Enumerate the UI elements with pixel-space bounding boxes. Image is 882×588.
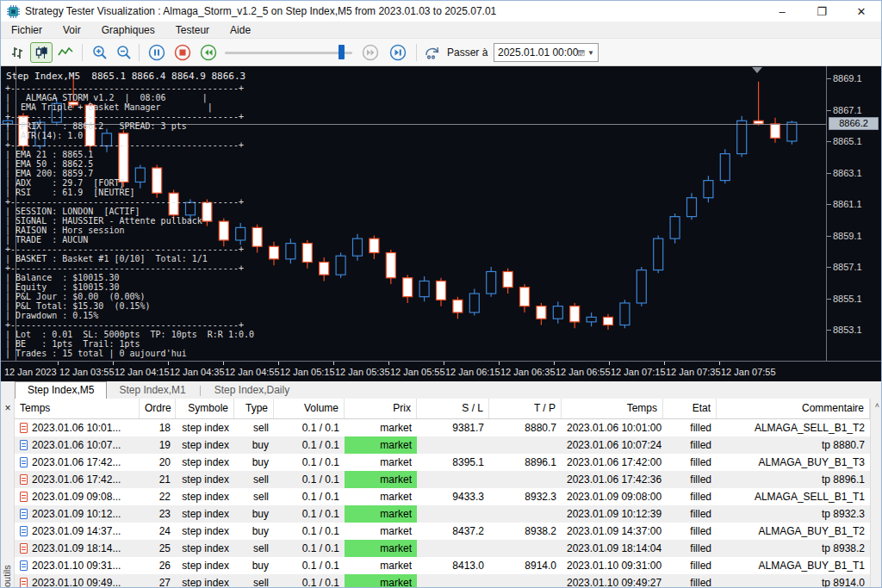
time-tick-mark bbox=[444, 362, 444, 365]
cell-sl bbox=[417, 574, 489, 588]
candle bbox=[553, 306, 562, 319]
candle bbox=[286, 244, 295, 259]
price-tick-label: 8865.1 bbox=[833, 136, 862, 146]
time-tick-label: 12 Jan 04:35 bbox=[170, 367, 225, 377]
cell-tp bbox=[489, 471, 562, 488]
tab-step-index-m5[interactable]: Step Index,M5 bbox=[15, 381, 107, 399]
menu-testeur[interactable]: Testeur bbox=[165, 22, 220, 39]
menu-fichier[interactable]: Fichier bbox=[1, 22, 53, 39]
time-tick-label: 12 Jan 04:55 bbox=[225, 367, 280, 377]
tab-step-index-m1[interactable]: Step Index,M1 bbox=[107, 382, 197, 399]
cell-temps: 2023.01.10 09:31... bbox=[15, 557, 140, 574]
candlestick-chart-icon[interactable] bbox=[30, 42, 53, 63]
price-tick-mark bbox=[827, 110, 831, 111]
cell-volume: 0.1 / 0.1 bbox=[274, 505, 345, 523]
column-header-temps2[interactable]: Temps bbox=[562, 399, 663, 418]
table-row[interactable]: 2023.01.06 10:07...19step indexbuy0.1 / … bbox=[15, 436, 870, 454]
column-header-volume[interactable]: Volume bbox=[274, 399, 345, 418]
tab-step-index-daily[interactable]: Step Index,Daily bbox=[202, 382, 301, 399]
restore-button[interactable]: ❐ bbox=[802, 1, 842, 22]
column-header-etat[interactable]: Etat bbox=[663, 399, 717, 418]
column-header-ordre[interactable]: Ordre bbox=[140, 399, 176, 418]
zoom-in-icon[interactable] bbox=[89, 42, 111, 63]
time-tick-mark bbox=[58, 362, 59, 365]
stop-button[interactable] bbox=[171, 42, 194, 63]
playback-speed-slider[interactable] bbox=[225, 52, 352, 54]
minimize-button[interactable]: – bbox=[762, 1, 802, 22]
goto-date-field[interactable]: 2025.01.01 00:00 ▼ bbox=[494, 43, 599, 62]
date-dropdown-arrow[interactable]: ▼ bbox=[587, 49, 594, 57]
fast-forward-button-disabled bbox=[359, 42, 382, 63]
cell-volume: 0.1 / 0.1 bbox=[274, 454, 345, 471]
cell-etat: filled bbox=[663, 505, 717, 523]
table-header-row: TempsOrdreSymboleTypeVolumePrixS / LT / … bbox=[15, 399, 870, 419]
tab-divider bbox=[200, 386, 201, 396]
cell-commentaire: tp 8932.3 bbox=[717, 505, 870, 523]
candle bbox=[353, 238, 363, 256]
cell-commentaire: ALMAGA_BUY_B1_T1 bbox=[717, 557, 870, 574]
zoom-out-icon[interactable] bbox=[113, 42, 135, 63]
time-axis[interactable]: 12 Jan 202312 Jan 03:5512 Jan 04:1512 Ja… bbox=[1, 361, 882, 381]
column-header-prix[interactable]: Prix bbox=[345, 399, 417, 418]
calendar-icon[interactable] bbox=[578, 47, 585, 59]
menu-voir[interactable]: Voir bbox=[53, 22, 91, 39]
toolbox-close-button[interactable]: × bbox=[1, 403, 15, 413]
table-row[interactable]: 2023.01.10 09:31...26step indexbuy0.1 / … bbox=[15, 557, 870, 574]
column-header-sl[interactable]: S / L bbox=[417, 399, 489, 418]
slider-handle[interactable] bbox=[339, 45, 345, 59]
cell-temps2: 2023.01.10 09:49:27 bbox=[562, 574, 663, 588]
time-tick-mark bbox=[499, 362, 500, 365]
goto-date-value[interactable]: 2025.01.01 00:00 bbox=[498, 46, 578, 59]
cell-symbole: step index bbox=[176, 540, 234, 557]
price-axis[interactable]: 8869.18867.18865.18863.18861.18859.18857… bbox=[826, 66, 882, 361]
table-row[interactable]: 2023.01.09 10:12...23step indexbuy0.1 / … bbox=[15, 505, 870, 523]
cell-temps: 2023.01.09 10:12... bbox=[15, 505, 140, 523]
price-tick-label: 8853.1 bbox=[833, 325, 862, 335]
bar-chart-icon[interactable] bbox=[6, 42, 28, 63]
table-row[interactable]: 2023.01.10 09:49...27step indexsell0.1 /… bbox=[15, 574, 870, 588]
table-row[interactable]: 2023.01.09 14:37...24step indexbuy0.1 / … bbox=[15, 523, 870, 540]
cell-type: sell bbox=[234, 540, 274, 557]
table-row[interactable]: 2023.01.09 18:14...25step indexsell0.1 /… bbox=[15, 540, 870, 557]
cell-temps: 2023.01.09 09:08... bbox=[15, 488, 140, 505]
sell-order-icon bbox=[20, 578, 28, 588]
toolbox-vertical-label[interactable]: outils bbox=[2, 535, 14, 587]
price-tick-mark bbox=[827, 330, 831, 331]
cell-tp: 8932.3 bbox=[489, 488, 562, 505]
cell-type: sell bbox=[234, 419, 274, 436]
skip-to-end-button[interactable] bbox=[387, 42, 409, 63]
cell-volume: 0.1 / 0.1 bbox=[274, 540, 345, 557]
column-header-type[interactable]: Type bbox=[234, 399, 274, 418]
time-tick-mark bbox=[113, 362, 114, 365]
close-button[interactable]: ✕ bbox=[842, 1, 881, 22]
scroll-up-arrow-icon[interactable]: ˄ bbox=[871, 399, 882, 412]
cell-symbole: step index bbox=[176, 557, 234, 574]
cell-symbole: step index bbox=[176, 574, 234, 588]
cell-tp bbox=[489, 574, 562, 588]
line-chart-icon[interactable] bbox=[54, 42, 77, 63]
time-tick-label: 12 Jan 05:55 bbox=[390, 367, 445, 377]
column-header-tp[interactable]: T / P bbox=[489, 399, 562, 418]
pause-button[interactable] bbox=[146, 42, 168, 63]
cell-prix: market bbox=[345, 557, 417, 574]
table-scrollbar[interactable]: ˄ bbox=[870, 399, 882, 588]
rewind-button[interactable] bbox=[197, 42, 220, 63]
column-header-symbole[interactable]: Symbole bbox=[176, 399, 234, 418]
table-row[interactable]: 2023.01.06 10:01...18step indexsell0.1 /… bbox=[15, 419, 870, 436]
goto-label: Passer à bbox=[447, 46, 488, 59]
price-tick-label: 8869.1 bbox=[833, 73, 862, 84]
menu-aide[interactable]: Aide bbox=[220, 22, 261, 39]
price-tick-mark bbox=[827, 236, 831, 237]
price-tick-label: 8857.1 bbox=[833, 262, 862, 272]
chart-scroll-marker-icon bbox=[752, 67, 762, 73]
table-row[interactable]: 2023.01.06 17:42...20step indexbuy0.1 / … bbox=[15, 454, 870, 471]
table-row[interactable]: 2023.01.06 17:42...21step indexsell0.1 /… bbox=[15, 471, 870, 488]
table-row[interactable]: 2023.01.09 09:08...22step indexsell0.1 /… bbox=[15, 488, 870, 505]
cell-temps: 2023.01.06 17:42... bbox=[15, 471, 140, 488]
menu-graphiques[interactable]: Graphiques bbox=[91, 22, 165, 39]
cell-temps: 2023.01.06 10:07... bbox=[15, 436, 140, 454]
column-header-commentaire[interactable]: Commentaire bbox=[717, 399, 870, 418]
column-header-temps[interactable]: Temps bbox=[15, 399, 140, 418]
candle bbox=[737, 121, 747, 153]
price-tick-mark bbox=[827, 204, 831, 205]
